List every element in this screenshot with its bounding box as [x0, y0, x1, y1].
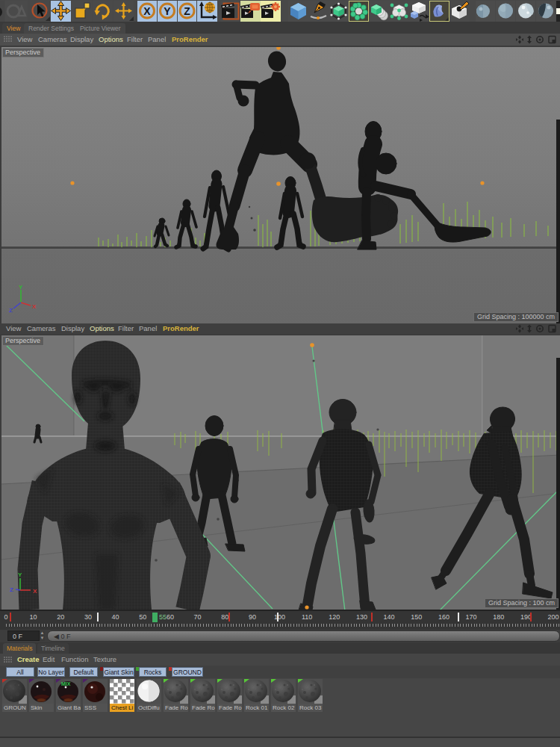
svg-text:Y: Y — [18, 571, 22, 578]
svg-text:MIX: MIX — [61, 681, 71, 686]
svg-text:X: X — [32, 303, 37, 310]
svg-text:Y: Y — [164, 5, 171, 17]
svg-text:Z: Z — [9, 307, 13, 314]
svg-text:Z: Z — [184, 5, 190, 17]
svg-text:Y: Y — [19, 284, 23, 291]
svg-text:X: X — [33, 588, 37, 595]
svg-text:X: X — [143, 5, 151, 17]
svg-text:Z: Z — [10, 586, 13, 593]
